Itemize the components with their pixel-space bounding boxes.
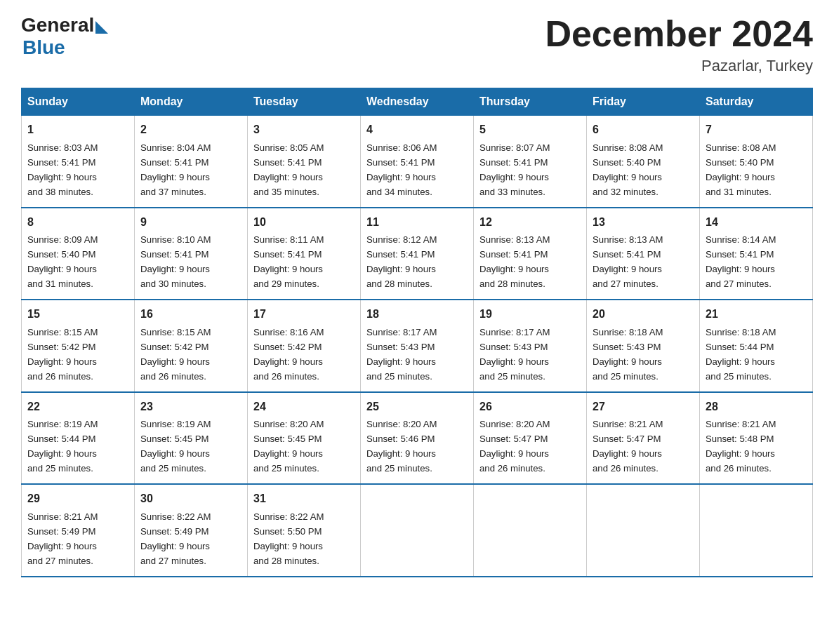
day-info: Sunrise: 8:15 AMSunset: 5:42 PMDaylight:…	[140, 327, 211, 382]
day-number: 1	[27, 121, 128, 139]
calendar-cell	[361, 484, 474, 576]
day-info: Sunrise: 8:22 AMSunset: 5:49 PMDaylight:…	[140, 511, 211, 566]
calendar-cell	[474, 484, 587, 576]
day-info: Sunrise: 8:17 AMSunset: 5:43 PMDaylight:…	[479, 327, 550, 382]
calendar-cell	[700, 484, 813, 576]
day-info: Sunrise: 8:07 AMSunset: 5:41 PMDaylight:…	[479, 142, 550, 197]
day-number: 22	[27, 398, 128, 416]
calendar-cell: 16Sunrise: 8:15 AMSunset: 5:42 PMDayligh…	[135, 300, 248, 391]
day-number: 10	[253, 214, 355, 232]
calendar-cell: 9Sunrise: 8:10 AMSunset: 5:41 PMDaylight…	[135, 208, 248, 300]
day-number: 26	[479, 398, 581, 416]
day-info: Sunrise: 8:12 AMSunset: 5:41 PMDaylight:…	[366, 234, 437, 289]
day-number: 7	[706, 121, 807, 139]
calendar-cell: 8Sunrise: 8:09 AMSunset: 5:40 PMDaylight…	[22, 208, 135, 300]
page-header: General Blue December 2024 Pazarlar, Tur…	[21, 14, 813, 75]
day-number: 21	[706, 306, 807, 323]
calendar-cell: 6Sunrise: 8:08 AMSunset: 5:40 PMDaylight…	[587, 116, 700, 208]
day-number: 18	[366, 306, 468, 323]
day-info: Sunrise: 8:08 AMSunset: 5:40 PMDaylight:…	[593, 142, 663, 197]
day-info: Sunrise: 8:17 AMSunset: 5:43 PMDaylight:…	[366, 327, 437, 382]
day-number: 28	[706, 398, 807, 416]
day-info: Sunrise: 8:11 AMSunset: 5:41 PMDaylight:…	[253, 234, 324, 289]
calendar-cell: 11Sunrise: 8:12 AMSunset: 5:41 PMDayligh…	[361, 208, 474, 300]
calendar-week-row: 15Sunrise: 8:15 AMSunset: 5:42 PMDayligh…	[22, 300, 813, 391]
day-number: 5	[479, 121, 581, 139]
day-number: 15	[27, 306, 128, 323]
day-info: Sunrise: 8:18 AMSunset: 5:43 PMDaylight:…	[593, 327, 663, 382]
calendar-week-row: 8Sunrise: 8:09 AMSunset: 5:40 PMDaylight…	[22, 208, 813, 300]
calendar-cell: 20Sunrise: 8:18 AMSunset: 5:43 PMDayligh…	[587, 300, 700, 391]
calendar-cell: 15Sunrise: 8:15 AMSunset: 5:42 PMDayligh…	[22, 300, 135, 391]
page-title: December 2024	[545, 14, 813, 54]
header-tuesday: Tuesday	[248, 88, 361, 116]
logo-general-text: General	[21, 14, 94, 36]
calendar-cell: 31Sunrise: 8:22 AMSunset: 5:50 PMDayligh…	[248, 484, 361, 576]
day-info: Sunrise: 8:21 AMSunset: 5:49 PMDaylight:…	[27, 511, 98, 566]
day-number: 16	[140, 306, 241, 323]
day-info: Sunrise: 8:05 AMSunset: 5:41 PMDaylight:…	[253, 142, 324, 197]
header-wednesday: Wednesday	[361, 88, 474, 116]
day-info: Sunrise: 8:04 AMSunset: 5:41 PMDaylight:…	[140, 142, 211, 197]
header-sunday: Sunday	[22, 88, 135, 116]
calendar-cell: 29Sunrise: 8:21 AMSunset: 5:49 PMDayligh…	[22, 484, 135, 576]
day-info: Sunrise: 8:21 AMSunset: 5:48 PMDaylight:…	[706, 419, 776, 474]
calendar-cell: 14Sunrise: 8:14 AMSunset: 5:41 PMDayligh…	[700, 208, 813, 300]
logo: General Blue	[21, 14, 108, 59]
day-number: 17	[253, 306, 355, 323]
day-info: Sunrise: 8:20 AMSunset: 5:46 PMDaylight:…	[366, 419, 437, 474]
header-friday: Friday	[587, 88, 700, 116]
day-info: Sunrise: 8:03 AMSunset: 5:41 PMDaylight:…	[27, 142, 98, 197]
day-number: 11	[366, 214, 468, 232]
calendar-week-row: 29Sunrise: 8:21 AMSunset: 5:49 PMDayligh…	[22, 484, 813, 576]
day-number: 30	[140, 490, 241, 508]
day-info: Sunrise: 8:19 AMSunset: 5:44 PMDaylight:…	[27, 419, 98, 474]
day-info: Sunrise: 8:14 AMSunset: 5:41 PMDaylight:…	[706, 234, 776, 289]
day-info: Sunrise: 8:20 AMSunset: 5:45 PMDaylight:…	[253, 419, 324, 474]
calendar-cell: 24Sunrise: 8:20 AMSunset: 5:45 PMDayligh…	[248, 392, 361, 484]
day-number: 29	[27, 490, 128, 508]
day-number: 13	[593, 214, 694, 232]
logo-blue-text: Blue	[22, 36, 65, 59]
day-number: 19	[479, 306, 581, 323]
calendar-week-row: 22Sunrise: 8:19 AMSunset: 5:44 PMDayligh…	[22, 392, 813, 484]
day-number: 31	[253, 490, 355, 508]
day-info: Sunrise: 8:13 AMSunset: 5:41 PMDaylight:…	[479, 234, 550, 289]
title-block: December 2024 Pazarlar, Turkey	[545, 14, 813, 75]
calendar-cell: 7Sunrise: 8:08 AMSunset: 5:40 PMDaylight…	[700, 116, 813, 208]
calendar-cell: 22Sunrise: 8:19 AMSunset: 5:44 PMDayligh…	[22, 392, 135, 484]
day-info: Sunrise: 8:19 AMSunset: 5:45 PMDaylight:…	[140, 419, 211, 474]
page-subtitle: Pazarlar, Turkey	[545, 57, 813, 75]
day-info: Sunrise: 8:18 AMSunset: 5:44 PMDaylight:…	[706, 327, 776, 382]
calendar-header-row: Sunday Monday Tuesday Wednesday Thursday…	[22, 88, 813, 116]
calendar-cell	[587, 484, 700, 576]
day-info: Sunrise: 8:15 AMSunset: 5:42 PMDaylight:…	[27, 327, 98, 382]
day-number: 12	[479, 214, 581, 232]
calendar-cell: 17Sunrise: 8:16 AMSunset: 5:42 PMDayligh…	[248, 300, 361, 391]
day-number: 24	[253, 398, 355, 416]
calendar-cell: 2Sunrise: 8:04 AMSunset: 5:41 PMDaylight…	[135, 116, 248, 208]
day-info: Sunrise: 8:16 AMSunset: 5:42 PMDaylight:…	[253, 327, 324, 382]
header-monday: Monday	[135, 88, 248, 116]
day-number: 23	[140, 398, 241, 416]
day-info: Sunrise: 8:21 AMSunset: 5:47 PMDaylight:…	[593, 419, 663, 474]
day-number: 9	[140, 214, 241, 232]
calendar-cell: 12Sunrise: 8:13 AMSunset: 5:41 PMDayligh…	[474, 208, 587, 300]
header-saturday: Saturday	[700, 88, 813, 116]
calendar-cell: 27Sunrise: 8:21 AMSunset: 5:47 PMDayligh…	[587, 392, 700, 484]
calendar-cell: 1Sunrise: 8:03 AMSunset: 5:41 PMDaylight…	[22, 116, 135, 208]
calendar-cell: 30Sunrise: 8:22 AMSunset: 5:49 PMDayligh…	[135, 484, 248, 576]
logo-triangle-icon	[95, 21, 108, 34]
day-info: Sunrise: 8:10 AMSunset: 5:41 PMDaylight:…	[140, 234, 211, 289]
day-info: Sunrise: 8:06 AMSunset: 5:41 PMDaylight:…	[366, 142, 437, 197]
day-info: Sunrise: 8:20 AMSunset: 5:47 PMDaylight:…	[479, 419, 550, 474]
day-info: Sunrise: 8:22 AMSunset: 5:50 PMDaylight:…	[253, 511, 324, 566]
day-number: 8	[27, 214, 128, 232]
calendar-cell: 5Sunrise: 8:07 AMSunset: 5:41 PMDaylight…	[474, 116, 587, 208]
calendar-cell: 3Sunrise: 8:05 AMSunset: 5:41 PMDaylight…	[248, 116, 361, 208]
calendar-cell: 28Sunrise: 8:21 AMSunset: 5:48 PMDayligh…	[700, 392, 813, 484]
calendar-week-row: 1Sunrise: 8:03 AMSunset: 5:41 PMDaylight…	[22, 116, 813, 208]
calendar-cell: 18Sunrise: 8:17 AMSunset: 5:43 PMDayligh…	[361, 300, 474, 391]
calendar-cell: 21Sunrise: 8:18 AMSunset: 5:44 PMDayligh…	[700, 300, 813, 391]
day-number: 20	[593, 306, 694, 323]
